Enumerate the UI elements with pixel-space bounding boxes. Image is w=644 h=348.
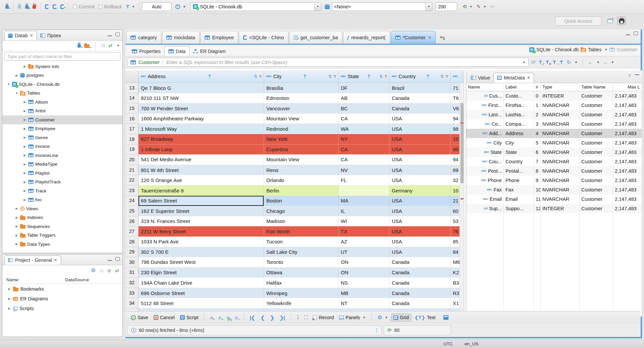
grid-cell[interactable]: CA	[338, 155, 389, 165]
transaction-mode-button[interactable]: T▼	[124, 2, 137, 11]
maximize-icon[interactable]	[634, 32, 638, 35]
grid-cell[interactable]: Tucson	[264, 237, 338, 247]
metadata-cell[interactable]: ABCCo...	[466, 119, 504, 129]
metadata-cell[interactable]: NVARCHAR	[541, 138, 580, 148]
chevron-right-icon[interactable]: ▶	[23, 109, 26, 113]
row-number[interactable]: 22	[125, 175, 139, 185]
link-with-editor-icon[interactable]: ⇄	[115, 268, 119, 273]
editor-tab-mockdata[interactable]: mockdata	[162, 31, 200, 44]
grid-cell[interactable]: USA	[389, 226, 450, 237]
metadata-cell[interactable]: Customer	[580, 148, 613, 157]
tree-item-sqlite-chinook-db[interactable]: ▼SQLite - Chinook.db	[2, 80, 122, 89]
metadata-row[interactable]: ABCCo...Compa...3NVARCHARCustomer2,147,4…	[466, 119, 642, 129]
metadata-row[interactable]: ABCCou...Country7NVARCHARCustomer2,147,4…	[466, 157, 642, 166]
tree-item-postgres[interactable]: ▶postgres	[2, 71, 122, 80]
grid-cell[interactable]: Reno	[264, 165, 338, 175]
metadata-cell[interactable]: 4	[534, 129, 541, 138]
metadata-cell[interactable]: Customer	[580, 110, 613, 119]
grid-cell[interactable]: 796 Dundas Street West	[139, 257, 264, 268]
chevron-right-icon[interactable]: ▶	[23, 127, 26, 130]
metadata-cell[interactable]: NVARCHAR	[541, 148, 580, 157]
metadata-cell[interactable]: ABCLast...	[466, 110, 504, 119]
row-number[interactable]: 32	[125, 278, 139, 288]
grid-cell[interactable]: Winnipeg	[264, 288, 338, 298]
filter-remove-icon[interactable]: ✕	[545, 60, 550, 64]
row-number[interactable]: 28	[125, 237, 139, 247]
grid-cell[interactable]: UT	[338, 247, 389, 257]
grid-column-header-address[interactable]: ABCAddress⇅?	[139, 70, 264, 82]
chevron-right-icon[interactable]: ▶	[23, 171, 26, 175]
chevron-right-icon[interactable]: ▶	[15, 225, 18, 228]
metadata-cell[interactable]: 9	[534, 176, 541, 185]
column-sort-icon[interactable]: ⇅	[440, 74, 444, 79]
row-number[interactable]: 30	[125, 257, 139, 268]
filter-custom-icon[interactable]	[559, 60, 564, 64]
tab-value[interactable]: Value	[468, 73, 493, 83]
meta-column--[interactable]: #	[534, 84, 541, 90]
grid-cell[interactable]: NT	[338, 298, 389, 308]
chevron-right-icon[interactable]: ▶	[8, 307, 11, 310]
tree-item-mediatype[interactable]: ▶MediaType	[2, 160, 122, 169]
filter-history-arrow[interactable]: ▼	[523, 61, 526, 64]
connection-combo[interactable]: SQLite - Chinook.db ▼	[191, 2, 321, 11]
chevron-right-icon[interactable]: ▶	[23, 65, 26, 68]
delete-row-button[interactable]: ≡−	[233, 314, 240, 322]
metadata-cell[interactable]: Custo...	[504, 91, 534, 101]
row-number[interactable]: 17	[125, 124, 139, 134]
column-filter-icon[interactable]	[303, 74, 307, 78]
metadata-row[interactable]: ABCCityCity5NVARCHARCustomer2,147,483	[466, 138, 642, 148]
new-folder-icon[interactable]: +	[84, 44, 90, 48]
metadata-cell[interactable]: 2,147,483	[613, 157, 642, 166]
row-number[interactable]: 27	[125, 226, 139, 237]
grid-cell[interactable]: Germany	[389, 185, 450, 196]
meta-column-label[interactable]: Label	[504, 84, 534, 90]
grid-cell[interactable]: USA	[389, 247, 450, 257]
grid-cell[interactable]: Ottawa	[264, 268, 338, 278]
tab-database-navigator[interactable]: Datab ✕	[4, 31, 37, 40]
grid-cell[interactable]: MB	[338, 288, 389, 298]
row-number[interactable]: 21	[125, 165, 139, 175]
metadata-cell[interactable]: Customer	[580, 166, 613, 176]
grid-cell[interactable]: 302 S 700 E	[139, 247, 264, 257]
metadata-cell[interactable]: NVARCHAR	[541, 166, 580, 176]
metadata-cell[interactable]: ABCPost...	[466, 166, 504, 176]
tab-metadata[interactable]: MetaData ✕	[493, 73, 534, 83]
metadata-cell[interactable]: 2,147,483	[613, 148, 642, 157]
chevron-down-icon[interactable]: ▼	[7, 82, 10, 86]
flip-rows-button[interactable]: ⤵	[294, 313, 301, 322]
grid-cell[interactable]: Toronto	[264, 257, 338, 268]
metadata-cell[interactable]: NVARCHAR	[541, 185, 580, 194]
grid-cell[interactable]: Brasília	[264, 83, 338, 93]
row-number[interactable]: 24	[125, 196, 139, 206]
grid-cell[interactable]: Yellowknife	[264, 298, 338, 308]
zoom-cell-button[interactable]: ⛶	[302, 313, 310, 322]
grid-cell[interactable]: Cupertino	[264, 144, 338, 155]
metadata-row[interactable]: 123Cus...Custo...0INTEGERCustomer2,147,4…	[466, 91, 642, 101]
column-filter-icon[interactable]	[426, 74, 430, 78]
grid-cell[interactable]: Salt Lake City	[264, 247, 338, 257]
row-number[interactable]: 29	[125, 247, 139, 257]
metadata-cell[interactable]: NVARCHAR	[541, 119, 580, 129]
metadata-cell[interactable]: Customer	[580, 176, 613, 185]
grid-cell[interactable]: NS	[338, 278, 389, 288]
grid-cell[interactable]: USA	[389, 196, 450, 206]
copy-row-button[interactable]: ≡(+)	[225, 314, 232, 322]
cancel-button[interactable]: ✕Cancel	[152, 314, 177, 321]
undo-button[interactable]: ↩	[488, 2, 497, 11]
tree-item-foo[interactable]: ▶foo	[2, 195, 122, 205]
collapse-all-icon[interactable]: ⊟	[101, 43, 105, 48]
metadata-cell[interactable]: ABCAdd...	[466, 129, 504, 138]
save-button[interactable]: ✓Save	[129, 314, 150, 321]
grid-cell[interactable]: Qe 7 Bloco G	[139, 83, 264, 93]
grid-cell[interactable]: WA	[338, 124, 389, 134]
grid-cell[interactable]: 319 N. Frances Street	[139, 216, 264, 227]
metadata-cell[interactable]: Phone	[504, 176, 534, 185]
grid-cell[interactable]: Canada	[389, 103, 450, 114]
metadata-cell[interactable]: 5	[534, 138, 541, 148]
column-filter-icon[interactable]	[367, 74, 371, 78]
metadata-cell[interactable]: ABCState	[466, 148, 504, 157]
metadata-row[interactable]: ABCStateState6NVARCHARCustomer2,147,483	[466, 148, 642, 157]
chevron-right-icon[interactable]: ▶	[23, 145, 26, 148]
tree-item-customer[interactable]: ▶Customer	[2, 115, 122, 124]
metadata-row[interactable]: ABCPhonePhone9NVARCHARCustomer2,147,483	[466, 176, 642, 185]
